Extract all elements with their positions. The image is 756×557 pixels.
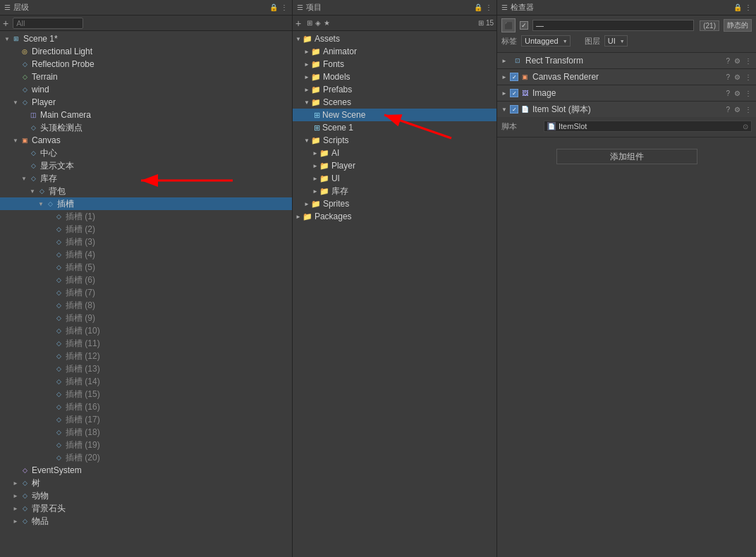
project-eyedrop-btn[interactable]: ◈ [315, 19, 321, 27]
project-star-btn[interactable]: ★ [324, 19, 330, 27]
hierarchy-item-bgrock[interactable]: ◇ 背景石头 [0, 502, 292, 515]
hierarchy-item-item[interactable]: ◇ 物品 [0, 515, 292, 527]
project-item-scenes[interactable]: ▼ 📁 Scenes [293, 96, 496, 109]
static-badge[interactable]: 静态的 [724, 19, 752, 32]
hierarchy-item-slot1[interactable]: ◇插槽 (1) [0, 210, 292, 223]
comp-settings-btn[interactable]: ⚙ [734, 57, 740, 65]
hierarchy-item-canvas[interactable]: ▣ Canvas [0, 134, 292, 147]
hierarchy-item-topcheck[interactable]: ◇ 头顶检测点 [0, 121, 292, 134]
object-name-field[interactable] [532, 20, 694, 31]
comp-help-btn[interactable]: ? [726, 106, 730, 114]
hierarchy-item-slot12[interactable]: ◇插槽 (12) [0, 350, 292, 362]
comp-help-btn[interactable]: ? [726, 57, 730, 65]
tag-dropdown[interactable]: Untagged [521, 35, 571, 47]
hierarchy-item-scene1[interactable]: ⊞ Scene 1* [0, 32, 292, 45]
project-more-icon[interactable]: ⋮ [485, 4, 492, 11]
hierarchy-item-slot9[interactable]: ◇插槽 (9) [0, 312, 292, 324]
comp-active-checkbox[interactable]: ✓ [510, 105, 518, 114]
comp-help-btn[interactable]: ? [726, 73, 730, 81]
inspector-more-icon[interactable]: ⋮ [745, 4, 752, 11]
comp-active-checkbox[interactable]: ✓ [510, 89, 518, 97]
project-item-fonts[interactable]: ► 📁 Fonts [293, 58, 496, 71]
expand-arrow[interactable] [28, 187, 37, 195]
hierarchy-item-slot19[interactable]: ◇插槽 (19) [0, 439, 292, 451]
layer-dropdown[interactable]: UI [604, 35, 628, 47]
expand-arrow[interactable] [11, 517, 20, 525]
hierarchy-item-slot16[interactable]: ◇插槽 (16) [0, 400, 292, 413]
hierarchy-item-slot5[interactable]: ◇插槽 (5) [0, 261, 292, 274]
inspector-lock-icon[interactable]: 🔒 [733, 4, 742, 11]
comp-settings-btn[interactable]: ⚙ [734, 73, 740, 81]
comp-help-btn[interactable]: ? [726, 90, 730, 97]
hierarchy-item-slot2[interactable]: ◇插槽 (2) [0, 223, 292, 235]
add-component-button[interactable]: 添加组件 [556, 149, 697, 164]
hierarchy-menu-icon[interactable]: ☰ [4, 4, 11, 11]
comp-settings-btn[interactable]: ⚙ [734, 106, 740, 114]
hierarchy-item-slot18[interactable]: ◇插槽 (18) [0, 426, 292, 439]
project-item-ui[interactable]: ► 📁 UI [293, 172, 496, 185]
hierarchy-item-tree[interactable]: ◇ 树 [0, 477, 292, 489]
comp-menu-btn[interactable]: ⋮ [745, 73, 752, 81]
project-layout-btn[interactable]: ⊞ [307, 19, 312, 27]
comp-active-checkbox[interactable]: ✓ [510, 73, 518, 81]
hierarchy-item-terrain[interactable]: ◇ Terrain [0, 71, 292, 83]
component-rect-transform-header[interactable]: ► ⊡ Rect Transform ? ⚙ ⋮ [497, 53, 756, 68]
hierarchy-item-animal[interactable]: ◇ 动物 [0, 489, 292, 502]
project-item-animator[interactable]: ► 📁 Animator [293, 45, 496, 58]
script-field-value[interactable]: 📄 ItemSlot ⊙ [544, 121, 752, 132]
component-canvas-renderer-header[interactable]: ► ✓ ▣ Canvas Renderer ? ⚙ ⋮ [497, 69, 756, 85]
hierarchy-item-slot11[interactable]: ◇插槽 (11) [0, 337, 292, 350]
hierarchy-item-reflprobe[interactable]: ◇ Reflection Probe [0, 58, 292, 71]
hierarchy-item-slot3[interactable]: ◇插槽 (3) [0, 235, 292, 248]
hierarchy-add-btn[interactable]: + [3, 18, 8, 29]
project-item-scene1[interactable]: ⊞ Scene 1 [293, 121, 496, 134]
hierarchy-item-slot10[interactable]: ◇插槽 (10) [0, 324, 292, 337]
project-lock-icon[interactable]: 🔒 [474, 4, 482, 11]
hierarchy-item-center[interactable]: ◇ 中心 [0, 147, 292, 159]
expand-arrow[interactable] [11, 479, 20, 487]
hierarchy-item-slot20[interactable]: ◇插槽 (20) [0, 451, 292, 464]
hierarchy-item-player[interactable]: ◇ Player [0, 96, 292, 109]
expand-arrow[interactable] [37, 200, 45, 208]
project-item-newscene[interactable]: ⊞ New Scene [293, 109, 496, 121]
component-item-slot-header[interactable]: ▼ ✓ 📄 Item Slot (脚本) ? ⚙ ⋮ [497, 102, 756, 117]
hierarchy-lock-icon[interactable]: 🔒 [269, 4, 278, 11]
hierarchy-search-input[interactable] [13, 18, 83, 29]
comp-menu-btn[interactable]: ⋮ [745, 57, 752, 65]
project-item-prefabs[interactable]: ► 📁 Prefabs [293, 83, 496, 96]
comp-menu-btn[interactable]: ⋮ [745, 106, 752, 114]
hierarchy-item-slot13[interactable]: ◇插槽 (13) [0, 362, 292, 375]
project-item-kucun[interactable]: ► 📁 库存 [293, 185, 496, 197]
hierarchy-item-displaytext[interactable]: ◇ 显示文本 [0, 159, 292, 172]
project-item-sprites[interactable]: ► 📁 Sprites [293, 197, 496, 210]
project-item-assets[interactable]: ▼ 📁 Assets [293, 32, 496, 45]
hierarchy-item-inventory[interactable]: ◇ 库存 [0, 172, 292, 185]
project-item-models[interactable]: ► 📁 Models [293, 71, 496, 83]
hierarchy-item-bag[interactable]: ◇ 背包 [0, 185, 292, 197]
hierarchy-item-wind[interactable]: ◇ wind [0, 83, 292, 96]
hierarchy-item-eventsys[interactable]: ◇ EventSystem [0, 464, 292, 477]
expand-arrow[interactable] [20, 174, 28, 183]
comp-settings-btn[interactable]: ⚙ [734, 90, 740, 97]
hierarchy-item-slot17[interactable]: ◇插槽 (17) [0, 413, 292, 426]
component-image-header[interactable]: ► ✓ 🖼 Image ? ⚙ ⋮ [497, 85, 756, 101]
project-add-btn[interactable]: + [295, 18, 301, 29]
comp-menu-btn[interactable]: ⋮ [745, 90, 752, 97]
hierarchy-more-icon[interactable]: ⋮ [281, 4, 288, 11]
expand-arrow[interactable] [11, 491, 20, 500]
project-menu-icon[interactable]: ☰ [297, 4, 303, 11]
active-checkbox[interactable]: ✓ [520, 21, 528, 30]
hierarchy-item-slot15[interactable]: ◇插槽 (15) [0, 388, 292, 400]
expand-arrow[interactable] [11, 98, 20, 106]
hierarchy-item-slot14[interactable]: ◇插槽 (14) [0, 375, 292, 388]
hierarchy-item-slot7[interactable]: ◇插槽 (7) [0, 286, 292, 299]
expand-arrow[interactable] [11, 504, 20, 513]
hierarchy-item-slot[interactable]: ◇ 插槽 [0, 197, 292, 210]
inspector-menu-icon[interactable]: ☰ [501, 4, 508, 11]
hierarchy-item-dirlight[interactable]: ◎ Directional Light [0, 45, 292, 58]
expand-arrow[interactable] [3, 35, 11, 43]
project-item-scripts[interactable]: ▼ 📁 Scripts [293, 134, 496, 147]
hierarchy-item-slot4[interactable]: ◇插槽 (4) [0, 248, 292, 261]
hierarchy-item-maincam[interactable]: ◫ Main Camera [0, 109, 292, 121]
expand-arrow[interactable] [11, 136, 20, 145]
